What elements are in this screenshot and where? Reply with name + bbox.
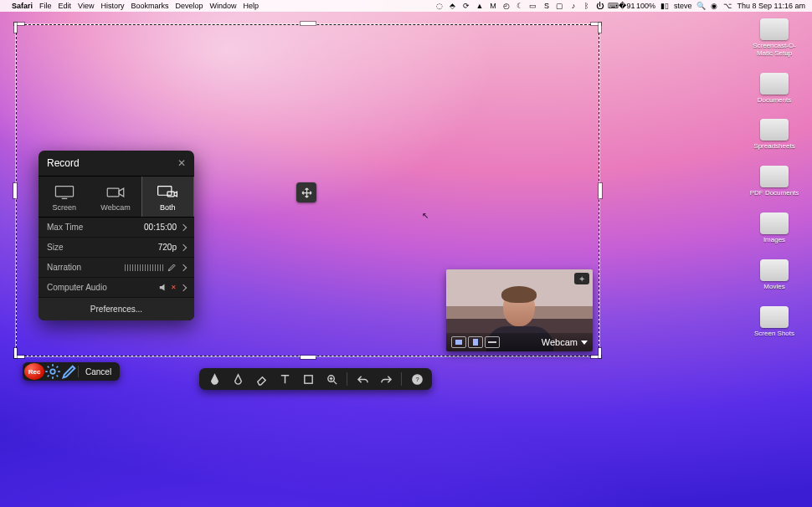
capture-mode-row: Screen Webcam Both (39, 176, 194, 218)
settings-gear-icon[interactable] (44, 363, 61, 380)
menu-history[interactable]: History (100, 2, 124, 10)
setting-computer-audio[interactable]: Computer Audio ✕ (39, 278, 194, 298)
menu-view[interactable]: View (78, 2, 94, 10)
setting-narration[interactable]: Narration (39, 258, 194, 278)
menu-edit[interactable]: Edit (59, 2, 72, 10)
webcam-size-hidden[interactable] (485, 336, 500, 348)
help-icon[interactable]: ? (407, 370, 427, 388)
desktop-icon[interactable]: Spreadsheets (753, 119, 794, 151)
menubar-app-name[interactable]: Safari (12, 2, 33, 10)
dnd-icon[interactable]: ☾ (516, 2, 524, 10)
svg-rect-1 (107, 188, 119, 197)
effects-icon[interactable]: ✦ (574, 273, 589, 284)
close-icon[interactable]: ✕ (177, 157, 186, 169)
zoom-tool-icon[interactable] (321, 370, 342, 388)
draw-pencil-icon[interactable] (61, 363, 78, 380)
resize-handle-tl[interactable] (14, 23, 24, 33)
screen-plus-cam-icon (142, 183, 193, 202)
folder-icon (760, 213, 789, 234)
menu-develop[interactable]: Develop (175, 2, 203, 10)
display-icon[interactable]: ▢ (556, 2, 564, 10)
webcam-size-small[interactable] (451, 336, 466, 348)
resize-handle-tr[interactable] (591, 23, 601, 33)
webcam-preview[interactable]: ✦ Webcam (446, 269, 593, 351)
spotlight-icon[interactable]: 🔍 (696, 2, 705, 10)
resize-handle-bottom[interactable] (301, 356, 316, 359)
shape-tool-icon[interactable] (298, 370, 318, 388)
control-center-icon[interactable]: ⌥ (723, 2, 732, 10)
desktop-icon[interactable]: PDF Documents (750, 166, 799, 197)
desktop-icon[interactable]: Documents (758, 73, 791, 105)
menu-window[interactable]: Window (209, 2, 236, 10)
dropbox-icon[interactable]: ⬘ (449, 2, 457, 10)
screen-mirror-icon[interactable]: ▭ (529, 2, 537, 10)
power-icon[interactable]: ⏻ (596, 2, 604, 10)
svg-rect-2 (158, 187, 172, 196)
move-region-handle[interactable] (296, 182, 316, 202)
sync-icon[interactable]: ⟳ (462, 2, 470, 10)
pen-fill-icon[interactable] (204, 370, 224, 388)
wifi-icon[interactable]: �91 (623, 2, 631, 10)
menubar: Safari File Edit View History Bookmarks … (0, 0, 812, 12)
battery-icon[interactable]: ▮▯ (660, 2, 669, 10)
cancel-button[interactable]: Cancel (79, 367, 118, 376)
webcam-controls: Webcam (446, 333, 593, 351)
battery-percent[interactable]: 100% (636, 2, 655, 10)
clock-icon[interactable]: ◴ (502, 2, 511, 10)
separator (401, 372, 402, 386)
keyboard-icon[interactable]: ⌨ (609, 2, 618, 10)
svg-rect-3 (167, 192, 174, 197)
desktop-icons-column: Screencast-O-Matic Setup Documents Sprea… (745, 18, 804, 337)
audio-disabled-icon: ✕ (171, 284, 177, 291)
setting-size[interactable]: Size 720p (39, 238, 194, 258)
folder-icon (760, 166, 789, 187)
mode-screen[interactable]: Screen (39, 177, 90, 217)
app-status-icon[interactable]: ▲ (475, 2, 484, 10)
resize-handle-bl[interactable] (14, 348, 24, 358)
menu-bookmarks[interactable]: Bookmarks (131, 2, 168, 10)
chevron-right-icon (180, 223, 187, 230)
folder-icon (760, 119, 789, 141)
record-control-strip: Rec Cancel (23, 362, 120, 381)
undo-icon[interactable] (352, 370, 373, 388)
mail-status-icon[interactable]: M (489, 2, 497, 10)
volume-meter (125, 264, 163, 271)
menu-file[interactable]: File (39, 2, 52, 10)
menubar-datetime[interactable]: Thu 8 Sep 11:16 am (737, 2, 805, 10)
webcam-size-medium[interactable] (468, 336, 483, 348)
mode-webcam[interactable]: Webcam (90, 177, 141, 217)
desktop-icon[interactable]: Screen Shots (754, 306, 794, 338)
resize-handle-top[interactable] (301, 22, 316, 25)
separator (347, 372, 347, 386)
pen-outline-icon[interactable] (228, 370, 248, 388)
record-button[interactable]: Rec (24, 363, 44, 380)
desktop-icon[interactable]: Screencast-O-Matic Setup (745, 18, 804, 58)
speaker-icon (159, 283, 170, 292)
text-tool-icon[interactable] (275, 370, 295, 388)
annotation-toolbar: ? (199, 368, 432, 390)
preferences-button[interactable]: Preferences... (39, 298, 194, 320)
cloud-status-icon[interactable]: ◌ (435, 2, 444, 10)
eraser-icon[interactable] (251, 370, 271, 388)
folder-icon (760, 259, 789, 281)
resize-handle-right[interactable] (599, 183, 602, 198)
desktop-icon[interactable]: Movies (760, 259, 789, 291)
monitor-icon (39, 183, 90, 202)
setting-max-time[interactable]: Max Time 00:15:00 (39, 218, 194, 238)
bluetooth-icon[interactable]: ᛒ (583, 2, 591, 10)
volume-icon[interactable]: ♪ (569, 2, 578, 10)
webcam-source-dropdown[interactable]: Webcam (542, 337, 588, 347)
menubar-user[interactable]: steve (674, 2, 692, 10)
record-panel-title: Record (47, 157, 80, 169)
redo-icon[interactable] (376, 370, 396, 388)
chevron-right-icon (180, 284, 187, 290)
camera-icon (90, 183, 141, 202)
dmg-icon (760, 18, 789, 40)
desktop-icon[interactable]: Images (760, 213, 789, 244)
svg-rect-5 (304, 375, 311, 382)
mode-both[interactable]: Both (141, 177, 194, 217)
app-s-icon[interactable]: S (542, 2, 551, 10)
siri-icon[interactable]: ◉ (710, 2, 718, 10)
resize-handle-left[interactable] (13, 183, 17, 198)
menu-help[interactable]: Help (243, 2, 259, 10)
